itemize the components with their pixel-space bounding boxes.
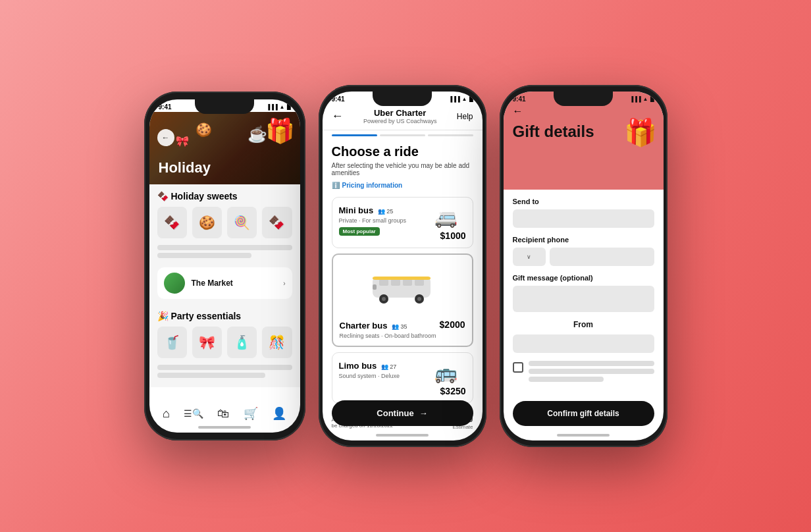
mini-bus-top: Mini bus 👥 25 Private · For small groups… — [339, 204, 466, 241]
nav-cart[interactable]: 🛒 — [244, 406, 258, 421]
pricing-info-row[interactable]: ℹ️ Pricing information — [332, 182, 473, 189]
limo-bus-price: $3250 — [427, 386, 466, 396]
choose-ride-subtitle: After selecting the vehicle you may be a… — [332, 162, 473, 176]
from-label: From — [513, 320, 654, 329]
charter-powered-by: Powered by US Coachways — [363, 118, 437, 124]
charter-content: Choose a ride After selecting the vehicl… — [323, 136, 483, 440]
mini-bus-capacity: 👥 25 — [378, 208, 394, 215]
mini-bus-name: Mini bus — [339, 205, 374, 215]
charter-bus-price: $2000 — [440, 319, 465, 330]
checkbox[interactable] — [513, 362, 523, 373]
time-1: 9:41 — [159, 103, 172, 111]
limo-bus-name-row: Limo bus 👥 27 — [339, 359, 400, 371]
limo-bus-card[interactable]: Limo bus 👥 27 Sound system · Deluxe 🚌 $3… — [332, 352, 473, 404]
phone-number-input[interactable] — [550, 248, 654, 266]
nav-home[interactable]: ⌂ — [163, 407, 170, 421]
charter-back-button[interactable]: ← — [332, 109, 344, 123]
battery-icon-2: ▉ — [469, 96, 473, 102]
mini-bus-desc: Private · For small groups — [339, 217, 407, 224]
market-row[interactable]: The Market › — [157, 267, 292, 299]
product-bow[interactable]: 🎊 — [262, 327, 292, 358]
placeholder-4 — [157, 373, 265, 378]
nav-profile[interactable]: 👤 — [272, 406, 286, 421]
holiday-content: 🍫 Holiday sweets 🍫 🍪 🍭 🍫 — [149, 184, 300, 267]
mini-bus-price: $1000 — [427, 230, 466, 241]
product-cookie[interactable]: 🍪 — [192, 207, 222, 238]
placeholder-3 — [157, 365, 292, 370]
continue-arrow: → — [419, 408, 428, 418]
nav-search[interactable]: ☰🔍 — [184, 408, 203, 419]
gift-content: Send to Recipient phone ∨ Gift message (… — [504, 190, 664, 435]
charter-bus-svg — [369, 270, 435, 306]
wifi-icon-1: ▲ — [280, 104, 285, 110]
product-cup[interactable]: 🥤 — [157, 327, 187, 358]
progress-seg-3 — [428, 134, 473, 136]
limo-bus-top: Limo bus 👥 27 Sound system · Deluxe 🚌 $3… — [339, 359, 466, 396]
confirm-gift-button[interactable]: Confirm gift details — [513, 401, 654, 426]
svg-rect-5 — [373, 277, 431, 280]
phone-1-shell: 9:41 ▐▐▐ ▲ ▉ ← 🎁 ☕ 🍪 🎀 Holiday 🍫 Holiday… — [144, 92, 305, 440]
gift-back-button[interactable]: ← — [513, 105, 654, 117]
svg-point-7 — [382, 297, 386, 301]
info-icon: ℹ️ — [332, 182, 340, 189]
notch-2 — [373, 92, 432, 106]
send-to-input[interactable] — [513, 209, 654, 228]
ribbon-decoration: 🎀 — [176, 135, 189, 147]
phone-2-shell: 9:41 ▐▐▐ ▲ ▉ ← Uber Charter Powered by U… — [319, 85, 486, 447]
from-input[interactable] — [513, 334, 654, 353]
charter-bus-name-row: Charter bus 👥 35 — [340, 319, 436, 331]
gift-header: ← Gift details 🎁 — [504, 104, 664, 190]
gift-message-input[interactable] — [513, 286, 654, 312]
wifi-icon-2: ▲ — [462, 96, 467, 102]
most-popular-badge: Most popular — [339, 227, 380, 236]
party-section: 🎉 Party essentials 🥤 🎀 🧴 🎊 — [149, 311, 300, 387]
gift-decoration: 🎁 — [265, 117, 295, 145]
recipient-phone-label: Recipient phone — [513, 236, 654, 244]
phone-flag-select[interactable]: ∨ — [513, 248, 546, 266]
market-arrow-icon: › — [283, 280, 285, 287]
send-to-label: Send to — [513, 198, 654, 205]
bottom-nav-1: ⌂ ☰🔍 🛍 🛒 👤 — [149, 406, 300, 421]
product-ribbon[interactable]: 🎀 — [192, 327, 222, 358]
status-icons-3: ▐▐▐ ▲ ▉ — [630, 96, 654, 102]
sweets-grid: 🍫 🍪 🍭 🍫 — [157, 207, 292, 238]
time-3: 9:41 — [513, 95, 526, 103]
nav-shop[interactable]: 🛍 — [217, 407, 229, 421]
mini-bus-card[interactable]: Mini bus 👥 25 Private · For small groups… — [332, 197, 473, 248]
charter-bus-desc: Reclining seats · On-board bathroom — [340, 332, 436, 339]
status-icons-2: ▐▐▐ ▲ ▉ — [449, 96, 473, 102]
limo-bus-right: 🚌 $3250 — [427, 359, 466, 396]
charter-bus-info: Charter bus 👥 35 Reclining seats · On-bo… — [340, 319, 436, 339]
checkbox-line-3 — [529, 377, 604, 382]
charter-title-block: Uber Charter Powered by US Coachways — [363, 108, 437, 124]
charter-header-top: ← Uber Charter Powered by US Coachways H… — [332, 108, 473, 124]
product-spray[interactable]: 🧴 — [227, 327, 257, 358]
back-button-1[interactable]: ← — [157, 129, 174, 146]
charter-bus-image — [340, 261, 465, 314]
time-2: 9:41 — [332, 95, 345, 103]
phone-input-row: ∨ — [513, 248, 654, 266]
product-chocolates[interactable]: 🍫 — [157, 207, 187, 238]
choose-ride-title: Choose a ride — [332, 144, 473, 159]
checkbox-line-1 — [529, 361, 654, 366]
limo-bus-info: Limo bus 👥 27 Sound system · Deluxe — [339, 359, 400, 379]
progress-bar — [323, 134, 483, 136]
charter-bus-card[interactable]: Charter bus 👥 35 Reclining seats · On-bo… — [332, 253, 473, 347]
wifi-icon-3: ▲ — [643, 96, 648, 102]
charter-help-button[interactable]: Help — [457, 112, 473, 121]
continue-button[interactable]: Continue → — [332, 400, 473, 426]
product-chocolate-bar[interactable]: 🍫 — [262, 207, 292, 238]
status-icons-1: ▐▐▐ ▲ ▉ — [267, 104, 291, 110]
svg-rect-2 — [391, 279, 400, 286]
holiday-title: Holiday — [159, 159, 211, 176]
charter-bus-capacity: 👥 35 — [392, 323, 407, 330]
charter-header: ← Uber Charter Powered by US Coachways H… — [323, 104, 483, 130]
checkbox-line-2 — [529, 369, 654, 374]
product-candy-cane[interactable]: 🍭 — [227, 207, 257, 238]
checkbox-text — [529, 361, 654, 385]
mini-bus-image: 🚐 — [427, 204, 466, 230]
home-indicator-3 — [557, 434, 610, 437]
svg-rect-10 — [373, 284, 377, 290]
dropdown-arrow: ∨ — [527, 253, 531, 260]
market-thumbnail — [164, 273, 185, 294]
